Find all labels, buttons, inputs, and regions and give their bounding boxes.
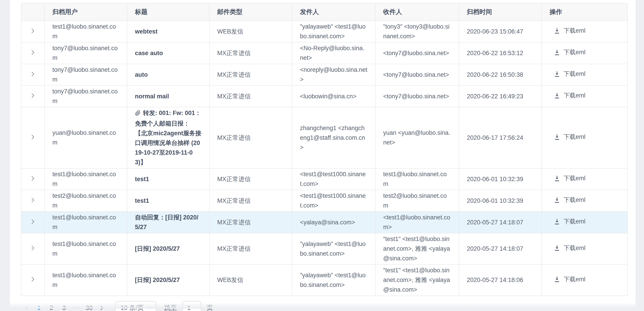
pagination-page-2[interactable]: 2 [47,301,56,311]
cell-archive-user: test1@luobo.sinanet.com [44,211,127,233]
cell-archive-time: 2020-05-27 14:18:07 [459,211,542,233]
download-eml-link[interactable]: 下载eml [554,243,586,253]
cell-recipient: "test1" <test1@luobo.sinanet.com>, 雅雅 <y… [375,264,459,296]
download-eml-label: 下载eml [564,48,586,57]
archive-table-wrap: 归档用户 标题 邮件类型 发件人 收件人 归档时间 操作 test1@luobo… [21,3,636,296]
table-row: test2@luobo.sinanet.com test1 MX正常进信 <te… [21,190,628,211]
download-eml-link[interactable]: 下载eml [554,69,586,79]
download-icon [554,92,560,99]
cell-archive-user: test1@luobo.sinanet.com [44,264,127,296]
table-row: test1@luobo.sinanet.com test1 MX正常进信 <te… [21,168,628,190]
pagination-page-1[interactable]: 1 [34,301,44,311]
mail-title-text: [日报] 2020/5/27 [135,276,180,283]
expand-row-button[interactable] [28,26,37,35]
download-eml-link[interactable]: 下载eml [554,274,586,284]
pagination-pages: 123•••30 [34,301,97,311]
expand-row-button[interactable] [28,133,37,142]
table-row: test1@luobo.sinanet.com webtest WEB发信 "y… [21,21,628,42]
download-eml-link[interactable]: 下载eml [554,26,586,36]
cell-mail-type: MX正常进信 [209,86,292,107]
download-eml-link[interactable]: 下载eml [554,91,586,100]
download-eml-link[interactable]: 下载eml [554,48,586,57]
mail-title-text: case auto [135,50,163,57]
cell-title: [日报] 2020/5/27 [127,264,209,296]
cell-mail-type: WEB发信 [209,264,292,296]
cell-sender: zhangcheng1 <zhangcheng1@staff.sina.com.… [292,107,375,168]
mail-title-text: webtest [135,28,158,35]
download-eml-label: 下载eml [564,132,586,142]
download-eml-label: 下载eml [564,26,586,36]
cell-sender: <yalaya@sina.com> [292,211,375,233]
cell-recipient: "tony3" <tony3@luobo.sinanet.com> [375,21,459,42]
column-header-expand [21,3,44,21]
page-size-label: 10 条/页 [120,303,144,311]
attachment-icon [135,109,141,119]
cell-mail-type: MX正常进信 [209,42,292,64]
cell-mail-type: MX正常进信 [209,168,292,190]
column-header-archive-user: 归档用户 [44,3,127,21]
pagination-page-3[interactable]: 3 [59,301,69,311]
pagination-next-icon[interactable] [97,301,106,311]
download-icon [554,218,560,225]
download-icon [554,49,560,56]
cell-recipient: <tony7@luobo.sina.net> [375,42,459,64]
jump-page-input[interactable] [182,301,201,311]
cell-archive-user: test1@luobo.sinanet.com [44,21,127,42]
pagination-ellipsis: ••• [72,301,82,311]
cell-recipient: test2@luobo.sinanet.com [375,190,459,211]
table-row: test1@luobo.sinanet.com [日报] 2020/5/27 M… [21,233,628,264]
archive-mail-table: 归档用户 标题 邮件类型 发件人 收件人 归档时间 操作 test1@luobo… [21,3,628,296]
expand-row-button[interactable] [28,174,37,183]
chevron-right-icon [30,218,36,225]
mail-title-text: 转发: 001: Fw: 001：免费个人邮箱日报：【北京mic2agent服务… [135,110,202,166]
expand-row-button[interactable] [28,70,37,79]
chevron-down-icon [147,305,152,310]
column-header-archive-time: 归档时间 [459,3,542,21]
cell-archive-time: 2020-06-22 16:53:12 [459,42,542,64]
chevron-right-icon [30,49,36,56]
page-size-select[interactable]: 10 条/页 [115,301,156,311]
table-row: test1@luobo.sinanet.com [日报] 2020/5/27 W… [21,264,628,296]
download-eml-label: 下载eml [564,91,586,100]
cell-archive-time: 2020-05-27 14:18:07 [459,233,542,264]
download-eml-label: 下载eml [564,274,586,284]
table-row: yuan@luobo.sinanet.com 转发: 001: Fw: 001：… [21,107,628,168]
download-eml-link[interactable]: 下载eml [554,132,586,142]
cell-title: auto [127,64,209,86]
expand-row-button[interactable] [28,243,37,252]
expand-row-button[interactable] [28,217,37,226]
table-row: tony7@luobo.sinanet.com normal mail MX正常… [21,86,628,107]
mail-title-text: test1 [135,197,149,204]
cell-mail-type: MX正常进信 [209,107,292,168]
chevron-right-icon [30,28,36,34]
download-eml-link[interactable]: 下载eml [554,217,586,226]
expand-row-button[interactable] [28,91,37,100]
download-icon [554,276,560,283]
expand-row-button[interactable] [28,275,37,284]
pagination-prev-icon[interactable] [22,301,31,311]
cell-recipient: test1@luobo.sinanet.com [375,168,459,190]
download-icon [554,175,560,182]
cell-archive-time: 2020-05-27 14:18:06 [459,264,542,296]
download-eml-link[interactable]: 下载eml [554,195,586,205]
cell-archive-user: tony7@luobo.sinanet.com [44,64,127,86]
table-header-row: 归档用户 标题 邮件类型 发件人 收件人 归档时间 操作 [21,3,628,21]
cell-recipient: "test1" <test1@luobo.sinanet.com>, 雅雅 <y… [375,233,459,264]
expand-row-button[interactable] [28,196,37,205]
page-unit-label: 页 [207,303,213,311]
cell-archive-user: tony7@luobo.sinanet.com [44,42,127,64]
expand-row-button[interactable] [28,48,37,57]
cell-archive-time: 2020-06-23 15:06:47 [459,21,542,42]
download-eml-link[interactable]: 下载eml [554,173,586,183]
cell-archive-user: tony7@luobo.sinanet.com [44,86,127,107]
cell-sender: <luobowin@sina.cn> [292,86,375,107]
download-icon [554,134,560,140]
download-icon [554,197,560,203]
pagination-page-30[interactable]: 30 [84,301,94,311]
cell-archive-time: 2020-06-17 17:56:24 [459,107,542,168]
download-icon [554,245,560,251]
cell-recipient: <tony7@luobo.sina.net> [375,64,459,86]
content-card: 归档用户 标题 邮件类型 发件人 收件人 归档时间 操作 test1@luobo… [10,0,636,309]
column-header-mail-type: 邮件类型 [209,3,292,21]
cell-mail-type: WEB发信 [209,21,292,42]
